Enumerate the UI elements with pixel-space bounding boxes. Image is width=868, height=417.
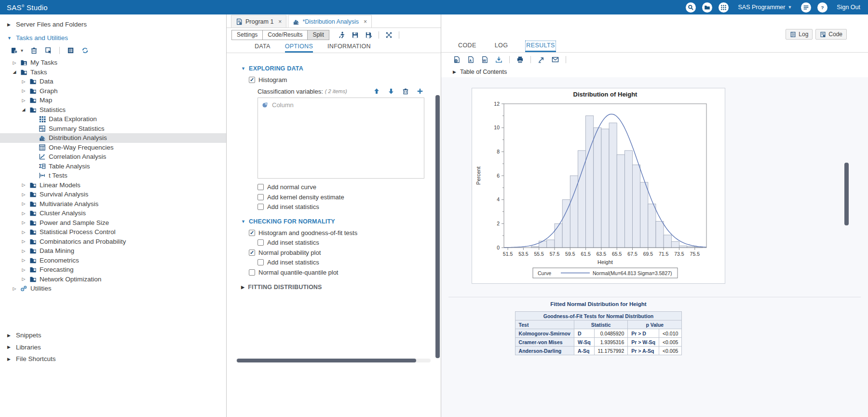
checkbox-unchecked-icon[interactable] [258,194,264,200]
delete-icon[interactable] [402,88,409,95]
close-icon[interactable]: × [278,18,282,25]
checkbox-unchecked-icon[interactable] [258,204,264,210]
tree-item-econometrics[interactable]: ▷Econometrics [0,256,226,265]
results-scrollbar-thumb[interactable] [844,163,849,225]
tree-item-cluster-analysis[interactable]: ▷Cluster Analysis [0,208,226,218]
results-tab-results[interactable]: RESULTS [525,41,556,52]
run-icon[interactable] [338,31,345,39]
caret-collapsed-icon[interactable]: ▷ [21,192,27,197]
caret-collapsed-icon[interactable]: ▷ [21,98,27,103]
move-up-icon[interactable] [373,88,380,95]
tree-item-one-way-frequencies[interactable]: One-Way Frequencies [0,143,226,153]
checkbox-checked-icon[interactable]: ✓ [249,230,255,236]
caret-collapsed-icon[interactable]: ▷ [21,258,27,263]
caret-collapsed-icon[interactable]: ▷ [21,220,27,225]
tree-item-utilities[interactable]: ▷Utilities [0,284,226,293]
checkbox-checked-icon[interactable]: ✓ [249,77,255,83]
new-window-icon[interactable] [538,56,545,63]
tree-item-my-tasks[interactable]: ▷My Tasks [0,58,226,68]
pdf-icon[interactable]: A [467,56,475,63]
caret-collapsed-icon[interactable]: ▷ [21,201,27,206]
caret-expanded-icon[interactable]: ◢ [21,107,27,112]
tree-item-summary-statistics[interactable]: ΣxSummary Statistics [0,124,226,134]
column-placeholder-row[interactable]: Column [258,98,424,112]
checkbox-unchecked-icon[interactable] [258,184,264,190]
word-icon[interactable]: W [481,56,488,63]
tree-item-network-optimization[interactable]: ▷Network Optimization [0,275,226,284]
tree-item-graph[interactable]: ▷Graph [0,86,226,96]
checkbox-add-kernel-density-estimate[interactable]: Add kernel density estimate [258,192,424,202]
help-icon[interactable]: ? [817,2,827,13]
tab--distribution-analysis[interactable]: *Distribution Analysis× [288,15,372,28]
horizontal-scrollbar-thumb[interactable] [237,359,416,362]
tree-item-map[interactable]: ▷Map [0,96,226,105]
code-button[interactable]: Code [815,29,847,40]
sidebar-section-tasks-utilities[interactable]: ▼ Tasks and Utilities [0,28,226,42]
checkbox-unchecked-icon[interactable] [258,239,264,246]
section-checking-for-normality[interactable]: ▼CHECKING FOR NORMALITY [241,218,424,225]
classification-variables-list[interactable]: Column [258,97,424,179]
move-down-icon[interactable] [388,88,394,95]
tree-item-multivariate-analysis[interactable]: ▷Multivariate Analysis [0,199,226,209]
checkbox-histogram-and-goodness-of-fit-tests[interactable]: ✓Histogram and goodness-of-fit tests [249,228,424,238]
subtab-options[interactable]: OPTIONS [285,42,313,53]
checkbox-histogram[interactable]: ✓Histogram [249,75,424,85]
tree-item-linear-models[interactable]: ▷Linear Models [0,181,226,190]
close-icon[interactable]: × [364,18,367,25]
tree-item-combinatorics-and-probability[interactable]: ▷Combinatorics and Probability [0,237,226,247]
results-tab-code[interactable]: CODE [457,41,477,52]
caret-collapsed-icon[interactable]: ▷ [21,79,27,84]
caret-expanded-icon[interactable]: ◢ [12,70,17,74]
user-menu[interactable]: SAS Programmer▼ [738,4,792,11]
checkbox-add-inset-statistics[interactable]: Add inset statistics [258,202,424,212]
sidebar-section-snippets[interactable]: ▶ Snippets [0,330,226,342]
email-icon[interactable] [552,56,559,63]
print-icon[interactable] [516,56,524,63]
tree-item-statistics[interactable]: ◢Statistics [0,105,226,115]
trash-icon[interactable] [30,47,38,54]
caret-collapsed-icon[interactable]: ▷ [21,88,27,93]
tree-item-survival-analysis[interactable]: ▷Survival Analysis [0,190,226,199]
html-result-icon[interactable] [453,56,461,63]
tree-item-tasks[interactable]: ◢Tasks [0,68,226,77]
new-task-icon[interactable] [11,47,18,54]
subtab-information[interactable]: INFORMATION [327,42,371,53]
tree-item-data-exploration[interactable]: Data Exploration [0,114,226,124]
search-icon[interactable] [686,2,696,13]
maximize-icon[interactable] [385,31,393,39]
tree-item-data-mining[interactable]: ▷Data Mining [0,246,226,256]
caret-collapsed-icon[interactable]: ▷ [21,249,27,253]
checkbox-unchecked-icon[interactable] [258,259,264,265]
menu-lines-icon[interactable] [801,2,811,13]
open-selection-icon[interactable] [45,47,52,54]
checkbox-normal-probability-plot[interactable]: ✓Normal probability plot [249,248,424,258]
caret-collapsed-icon[interactable]: ▷ [12,60,17,65]
apps-icon[interactable] [719,2,729,13]
checkbox-add-inset-statistics[interactable]: Add inset statistics [258,258,424,268]
tree-item-statistical-process-control[interactable]: ▷Statistical Process Control [0,227,226,237]
save-icon[interactable] [352,31,359,39]
section-exploring-data[interactable]: ▼EXPLORING DATA [241,65,424,72]
tree-item-forecasting[interactable]: ▷Forecasting [0,265,226,275]
checkbox-add-normal-curve[interactable]: Add normal curve [258,182,424,193]
caret-collapsed-icon[interactable]: ▷ [21,239,27,244]
tree-item-correlation-analysis[interactable]: Correlation Analysis [0,152,226,162]
caret-collapsed-icon[interactable]: ▷ [21,267,27,272]
subtab-data[interactable]: DATA [255,42,271,53]
sidebar-section-libraries[interactable]: ▶ Libraries [0,341,226,353]
refresh-icon[interactable] [81,47,89,54]
view-split-button[interactable]: Split [308,30,329,40]
tree-item-t-tests[interactable]: t Tests [0,171,226,181]
checkbox-checked-icon[interactable]: ✓ [249,250,255,256]
vertical-scrollbar-thumb[interactable] [435,95,440,358]
open-folder-icon[interactable] [702,2,712,13]
tree-item-distribution-analysis[interactable]: Distribution Analysis [0,133,226,143]
view-settings-button[interactable]: Settings [231,30,263,40]
sign-out-button[interactable]: Sign Out [837,4,860,11]
caret-collapsed-icon[interactable]: ▷ [21,277,27,281]
tree-item-power-and-sample-size[interactable]: ▷Power and Sample Size [0,218,226,228]
caret-collapsed-icon[interactable]: ▷ [12,286,17,291]
chevron-down-icon[interactable]: ▾ [21,48,23,53]
log-button[interactable]: Log [786,29,813,40]
caret-collapsed-icon[interactable]: ▷ [21,230,27,235]
